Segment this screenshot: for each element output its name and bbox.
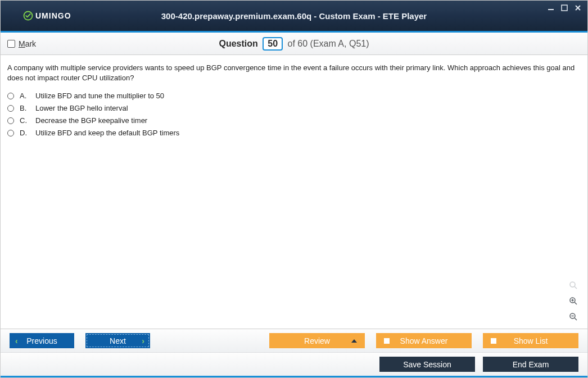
triangle-up-icon <box>351 339 357 343</box>
svg-line-4 <box>575 286 577 289</box>
bottom-border <box>1 376 587 377</box>
svg-point-3 <box>570 282 575 287</box>
search-zoom-icon[interactable] <box>567 279 580 292</box>
end-exam-button[interactable]: End Exam <box>483 357 578 372</box>
options-list: A. Utilize BFD and tune the multiplier t… <box>7 92 581 137</box>
window-controls <box>547 4 582 12</box>
logo-text: UMINGO <box>35 11 71 20</box>
titlebar: UMINGO 300-420.prepaway.premium.exam.60q… <box>1 1 587 31</box>
svg-line-6 <box>575 302 577 304</box>
option-d[interactable]: D. Utilize BFD and keep the default BGP … <box>7 129 581 137</box>
previous-button[interactable]: ‹ Previous <box>10 333 74 348</box>
square-icon <box>491 338 496 344</box>
show-answer-button[interactable]: Show Answer <box>376 333 472 348</box>
option-a[interactable]: A. Utilize BFD and tune the multiplier t… <box>7 92 581 100</box>
option-b[interactable]: B. Lower the BGP hello interval <box>7 104 581 112</box>
save-session-button[interactable]: Save Session <box>379 357 475 372</box>
zoom-in-icon[interactable] <box>567 295 580 307</box>
radio-icon[interactable] <box>7 130 14 136</box>
question-number-box: 50 <box>263 37 283 51</box>
zoom-tools <box>567 279 580 323</box>
close-icon[interactable] <box>574 4 582 12</box>
nav-bar: ‹ Previous Next › Review Show Answer Sho… <box>1 329 587 352</box>
svg-line-10 <box>575 318 577 320</box>
next-button[interactable]: Next › <box>85 333 150 348</box>
app-window: UMINGO 300-420.prepaway.premium.exam.60q… <box>0 0 588 378</box>
question-text: A company with multiple service provider… <box>7 63 581 83</box>
session-bar: Save Session End Exam <box>1 352 587 376</box>
question-content: A company with multiple service provider… <box>1 55 587 329</box>
question-counter: Question 50 of 60 (Exam A, Q51) <box>1 37 587 51</box>
chevron-left-icon: ‹ <box>15 336 18 345</box>
radio-icon[interactable] <box>7 117 14 124</box>
svg-rect-1 <box>548 9 554 10</box>
review-button[interactable]: Review <box>269 333 365 348</box>
radio-icon[interactable] <box>7 93 14 99</box>
radio-icon[interactable] <box>7 105 14 112</box>
square-icon <box>384 338 390 344</box>
show-list-button[interactable]: Show List <box>483 333 578 348</box>
maximize-icon[interactable] <box>560 4 568 12</box>
question-header: Mark Question 50 of 60 (Exam A, Q51) <box>1 33 587 55</box>
minimize-icon[interactable] <box>547 4 555 12</box>
logo-check-icon <box>23 11 33 21</box>
chevron-right-icon: › <box>142 336 144 345</box>
window-title: 300-420.prepaway.premium.exam.60q - Cust… <box>1 11 587 21</box>
option-c[interactable]: C. Decrease the BGP keepalive timer <box>7 116 581 125</box>
svg-rect-2 <box>562 5 567 11</box>
zoom-out-icon[interactable] <box>567 311 580 323</box>
app-logo: UMINGO <box>23 11 71 21</box>
